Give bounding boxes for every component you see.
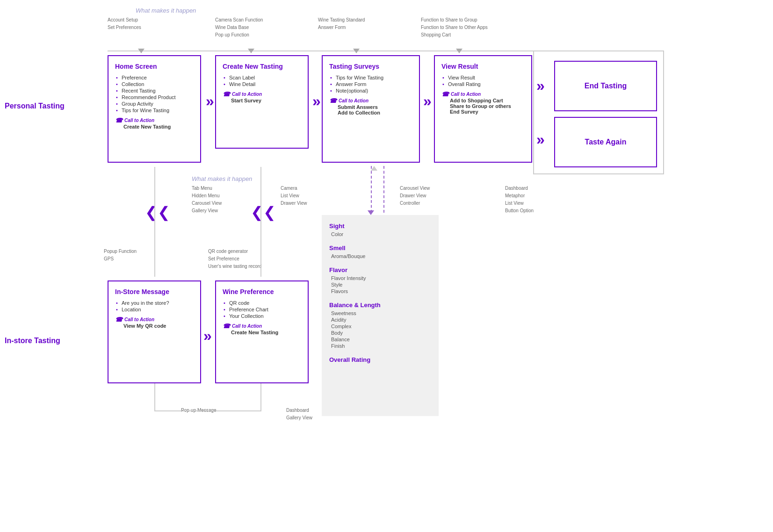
arrow-down-3 (353, 49, 360, 53)
v-line-col1 (154, 167, 155, 277)
hint-col1-top: Account Setup Set Preferences (108, 16, 141, 31)
chevron-2: » (312, 93, 321, 110)
main-canvas: Personal Tasting In-store Tasting What m… (0, 0, 773, 532)
v-line-col2 (260, 167, 261, 277)
instore-tasting-label: In-store Tasting (5, 337, 60, 345)
create-tasting-title: Create New Tasting (223, 63, 301, 70)
hint-col4-mid: Carousel View Drawer View Controller (400, 185, 430, 207)
home-screen-list: Preference Collection Recent Tasting Rec… (115, 75, 194, 113)
cta-icon-wine-pref: ☎ (223, 323, 230, 330)
cta-icon-home: ☎ (115, 117, 123, 124)
arrow-down-1 (138, 49, 144, 53)
wine-preference-title: Wine Preference (223, 288, 301, 295)
hint-bottom-col2: QR code generator Set Preference User's … (208, 248, 262, 270)
dashed-v-1 (371, 166, 372, 213)
smell-section: Smell Aroma/Bouque (329, 244, 431, 259)
hint-col3-top: Wine Tasting Standard Answer Form (318, 16, 365, 31)
wine-preference-cta: ☎ Call to Action Create New Tasting (223, 323, 301, 335)
dashed-v-2 (383, 166, 384, 213)
h-line-instore (154, 410, 260, 411)
home-screen-cta: ☎ Call to Action Create New Tasting (115, 117, 194, 129)
arrow-down-2 (248, 49, 254, 53)
instore-message-list: Are you in the store? Location (115, 300, 194, 312)
hint-col4-top: Function to Share to Group Function to S… (421, 16, 488, 39)
gray-connector-box (533, 50, 664, 174)
chevron-down-2: ❮❮ (251, 205, 276, 220)
hint-footer-col4: Dashboard Gallery View (286, 407, 312, 422)
create-tasting-list: Scan Label Wine Detail (223, 75, 301, 87)
cta-icon-surveys: ☎ (329, 97, 337, 104)
cta-icon-instore: ☎ (115, 316, 123, 323)
wine-preference-box: Wine Preference QR code Preference Chart… (215, 280, 309, 383)
what-makes-middle: What makes it happen (192, 175, 252, 182)
cta-icon-result: ☎ (441, 91, 449, 98)
flavor-section: Flavor Flavor Intensity Style Flavors (329, 266, 431, 294)
home-screen-box: Home Screen Preference Collection Recent… (108, 55, 201, 163)
v-line-instore-1 (154, 383, 155, 411)
wine-preference-list: QR code Preference Chart Your Collection (223, 300, 301, 319)
instore-message-cta: ☎ Call to Action View My QR code (115, 316, 194, 329)
sight-section: Sight Color (329, 223, 431, 237)
view-result-cta: ☎ Call to Action Add to Shopping Cart Sh… (441, 91, 525, 115)
arrow-down-4 (456, 49, 462, 53)
hint-col2-top: Camera Scan Function Wine Data Base Pop … (215, 16, 263, 39)
create-tasting-box: Create New Tasting Scan Label Wine Detai… (215, 55, 309, 149)
survey-detail-box: Sight Color Smell Aroma/Bouque Flavor Fl… (322, 215, 439, 416)
personal-tasting-label: Personal Tasting (5, 102, 65, 110)
arrow-up-gray-1 (371, 166, 377, 171)
hint-col2-mid: Tab Menu Hidden Menu Carousel View Galle… (192, 185, 222, 215)
hint-col5-mid: Dashboard Metaphor List View Button Opti… (505, 185, 534, 215)
hint-bottom-col1: Popup Function GPS (104, 248, 137, 263)
home-screen-title: Home Screen (115, 63, 194, 70)
view-result-box: View Result View Result Overall Rating ☎… (434, 55, 532, 163)
instore-message-box: In-Store Message Are you in the store? L… (108, 280, 201, 383)
tasting-surveys-cta: ☎ Call to Action Submit Answers Add to C… (329, 97, 412, 115)
tasting-surveys-box: Tasting Surveys Tips for Wine Tasting An… (322, 55, 420, 163)
balance-section: Balance & Length Sweetness Acidity Compl… (329, 302, 431, 349)
tasting-surveys-title: Tasting Surveys (329, 63, 412, 70)
chevron-down-1: ❮❮ (145, 205, 170, 220)
cta-icon-create: ☎ (223, 91, 230, 98)
chevron-6: » (203, 327, 212, 345)
what-makes-top: What makes it happen (136, 7, 196, 14)
view-result-title: View Result (441, 63, 525, 70)
hint-col3-mid: Camera List View Drawer View (281, 185, 307, 207)
chevron-3: » (423, 93, 432, 110)
arrow-purple-1 (368, 210, 374, 215)
create-tasting-cta: ☎ Call to Action Start Survey (223, 91, 301, 103)
view-result-list: View Result Overall Rating (441, 75, 525, 87)
chevron-1: » (206, 93, 214, 110)
v-line-instore-2 (260, 383, 261, 411)
overall-section: Overall Rating (329, 356, 431, 363)
instore-message-title: In-Store Message (115, 288, 194, 295)
tasting-surveys-list: Tips for Wine Tasting Answer Form Note(o… (329, 75, 412, 93)
